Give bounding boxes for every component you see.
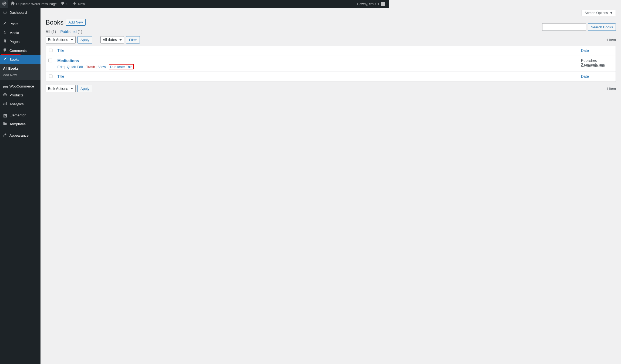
menu-label: WooCommerce <box>9 84 34 88</box>
menu-label: Pages <box>9 40 19 44</box>
submenu-all-books[interactable]: All Books <box>0 65 40 72</box>
menu-pages[interactable]: Pages <box>0 37 40 46</box>
edit-link[interactable]: Edit <box>58 65 64 69</box>
menu-appearance[interactable]: Appearance <box>0 131 40 140</box>
posts-table: Title Date Meditations Edit| Quick Edit|… <box>46 46 389 82</box>
site-name-link[interactable]: Duplicate WordPress Page <box>8 0 59 8</box>
filter-button[interactable]: Filter <box>126 36 140 43</box>
duplicate-highlight: Duplicate This <box>109 64 134 69</box>
menu-products[interactable]: Products <box>0 91 40 100</box>
row-title-link[interactable]: Meditations <box>58 59 79 63</box>
menu-label: Comments <box>9 49 26 53</box>
menu-label: Elementor <box>9 113 26 117</box>
pin-icon <box>3 21 7 26</box>
avatar <box>381 2 385 6</box>
menu-label: Dashboard <box>9 11 27 15</box>
page-icon <box>3 39 7 44</box>
menu-label: Posts <box>9 22 18 26</box>
filter-published-count: (1) <box>78 30 82 34</box>
site-title: Duplicate WordPress Page <box>16 2 57 6</box>
comments-count: 0 <box>66 2 68 6</box>
status-filters: All (1) | Published (1) <box>46 30 389 34</box>
page-title: Books <box>46 19 63 26</box>
svg-rect-2 <box>5 40 6 43</box>
svg-rect-5 <box>6 102 7 105</box>
howdy-text: Howdy, crn001 <box>357 2 379 6</box>
menu-label: Analytics <box>9 102 24 106</box>
dashboard-icon <box>3 10 7 15</box>
main-content: Screen Options ▼ Books Add New Search Bo… <box>40 8 389 228</box>
pin-icon <box>3 57 7 62</box>
new-label: New <box>78 2 85 6</box>
media-icon <box>3 30 7 35</box>
submenu-books: All Books Add New <box>0 64 40 80</box>
col-title-foot[interactable]: Title <box>55 72 389 82</box>
menu-posts[interactable]: Posts <box>0 19 40 28</box>
svg-point-0 <box>5 32 5 33</box>
menu-label: Products <box>9 93 23 97</box>
duplicate-link[interactable]: Duplicate This <box>110 65 133 69</box>
brush-icon <box>3 133 7 138</box>
filter-published[interactable]: Published <box>60 30 76 34</box>
comments-link[interactable]: 0 <box>59 0 70 8</box>
wordpress-icon <box>2 1 6 7</box>
select-all-top[interactable] <box>49 49 53 52</box>
row-checkbox[interactable] <box>48 59 52 62</box>
apply-button[interactable]: Apply <box>77 36 92 43</box>
menu-label: Media <box>9 31 19 35</box>
admin-sidebar: Dashboard Posts Media Pages Comments Boo… <box>0 8 40 228</box>
menu-dashboard[interactable]: Dashboard <box>0 8 40 17</box>
trash-link[interactable]: Trash <box>86 65 95 69</box>
my-account[interactable]: Howdy, crn001 <box>355 0 387 8</box>
filter-all[interactable]: All <box>46 30 50 34</box>
woo-icon: woo <box>3 84 7 89</box>
menu-elementor[interactable]: E Elementor <box>0 111 40 120</box>
select-all-bottom[interactable] <box>49 75 53 78</box>
menu-media[interactable]: Media <box>0 28 40 37</box>
menu-analytics[interactable]: Analytics <box>0 100 40 109</box>
quick-edit-link[interactable]: Quick Edit <box>67 65 83 69</box>
menu-books[interactable]: Books <box>0 55 40 64</box>
menu-woocommerce[interactable]: woo WooCommerce <box>0 82 40 91</box>
view-link[interactable]: View <box>98 65 106 69</box>
bulk-actions-select[interactable]: Bulk Actions <box>46 36 76 43</box>
menu-templates[interactable]: Templates <box>0 120 40 129</box>
new-content-link[interactable]: New <box>70 0 87 8</box>
filter-all-count: (1) <box>51 30 56 34</box>
svg-rect-3 <box>4 104 4 105</box>
menu-comments[interactable]: Comments <box>0 46 40 55</box>
table-row: Meditations Edit| Quick Edit| Trash| Vie… <box>46 56 389 72</box>
svg-rect-4 <box>5 103 5 105</box>
submenu-add-new[interactable]: Add New <box>0 72 40 78</box>
box-icon <box>3 93 7 97</box>
plus-icon <box>72 1 77 7</box>
col-title[interactable]: Title <box>55 46 389 56</box>
row-actions: Edit| Quick Edit| Trash| View| Duplicate… <box>58 65 389 69</box>
menu-label: Books <box>9 58 19 62</box>
bulk-actions-select-bottom[interactable]: Bulk Actions <box>46 85 76 92</box>
comment-icon <box>3 48 7 53</box>
admin-bar: Duplicate WordPress Page 0 New Howdy, cr… <box>0 0 389 8</box>
comment-icon <box>61 1 65 7</box>
menu-label: Appearance <box>9 133 29 137</box>
date-filter-select[interactable]: All dates <box>100 36 124 43</box>
bars-icon <box>3 102 7 106</box>
folder-icon <box>3 122 7 126</box>
add-new-button[interactable]: Add New <box>66 19 86 26</box>
elementor-icon: E <box>3 113 7 118</box>
home-icon <box>11 1 15 7</box>
menu-label: Templates <box>9 122 26 126</box>
wp-logo[interactable] <box>0 0 8 8</box>
apply-button-bottom[interactable]: Apply <box>77 85 92 92</box>
